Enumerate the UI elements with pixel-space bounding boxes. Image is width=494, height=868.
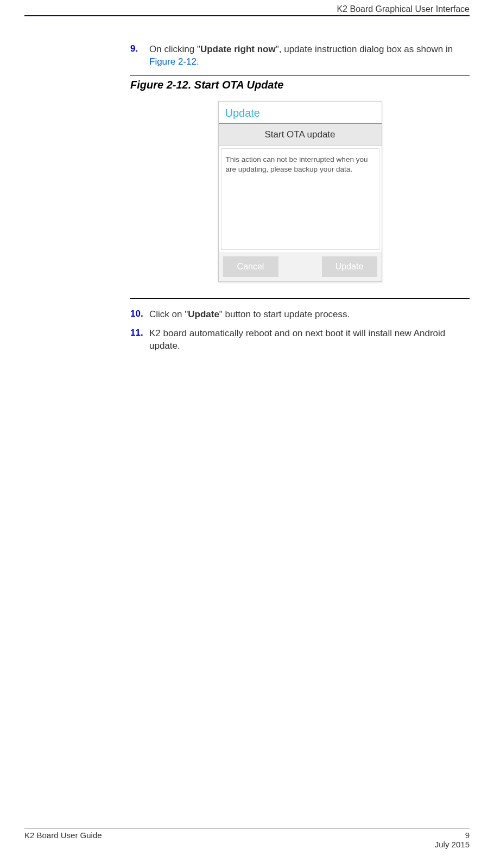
figure-caption: Figure 2-12. Start OTA Update: [130, 79, 470, 91]
step-text: Click on "Update" button to start update…: [149, 309, 350, 321]
step-text-part: On clicking ": [149, 44, 200, 54]
page-header: K2 Board Graphical User Interface: [0, 0, 494, 15]
step-number: 9.: [130, 43, 149, 68]
step-11: 11. K2 board automatically reboot and on…: [130, 328, 470, 353]
step-text: On clicking "Update right now", update i…: [149, 43, 470, 68]
step-text: K2 board automatically reboot and on nex…: [149, 328, 470, 353]
screenshot-dialog-body-text: This action can not be interrupted when …: [226, 155, 368, 174]
figure-rule-bottom: [130, 298, 470, 299]
screenshot-dialog-titlebar: Start OTA update: [219, 124, 382, 146]
step-text-part: Click on ": [149, 309, 188, 319]
step-text-part: ", update instruction dialog box as show…: [276, 44, 453, 54]
step-number: 11.: [130, 328, 149, 353]
screenshot-app-header: Update: [219, 102, 382, 124]
step-10: 10. Click on "Update" button to start up…: [130, 309, 470, 321]
step-text-bold: Update: [188, 309, 219, 319]
header-rule: [24, 15, 470, 16]
screenshot-dialog-body: This action can not be interrupted when …: [221, 148, 379, 250]
figure-rule-top: [130, 75, 470, 76]
step-number: 10.: [130, 309, 149, 321]
update-button[interactable]: Update: [322, 256, 377, 277]
figure-reference-link[interactable]: Figure 2-12.: [149, 56, 199, 67]
screenshot-button-bar: Cancel Update: [219, 252, 382, 281]
footer-right: 9 July 2015: [435, 831, 470, 849]
footer-date: July 2015: [435, 840, 470, 849]
content-area: 9. On clicking "Update right now", updat…: [130, 43, 470, 353]
footer-doc-title: K2 Board User Guide: [24, 831, 102, 849]
step-text-part: " button to start update process.: [219, 309, 350, 319]
screenshot-app-title: Update: [225, 107, 261, 119]
page-footer: K2 Board User Guide 9 July 2015: [24, 828, 470, 849]
screenshot-dialog-title: Start OTA update: [264, 129, 335, 140]
cancel-button[interactable]: Cancel: [223, 256, 278, 277]
step-9: 9. On clicking "Update right now", updat…: [130, 43, 470, 68]
footer-page-number: 9: [435, 831, 470, 840]
screenshot-container: Update Start OTA update This action can …: [130, 101, 470, 282]
footer-row: K2 Board User Guide 9 July 2015: [24, 831, 470, 849]
header-title: K2 Board Graphical User Interface: [337, 4, 470, 14]
step-text-bold: Update right now: [200, 44, 276, 54]
footer-rule: [24, 828, 470, 828]
ota-screenshot: Update Start OTA update This action can …: [218, 101, 382, 282]
screenshot-dialog: Start OTA update This action can not be …: [219, 124, 382, 281]
